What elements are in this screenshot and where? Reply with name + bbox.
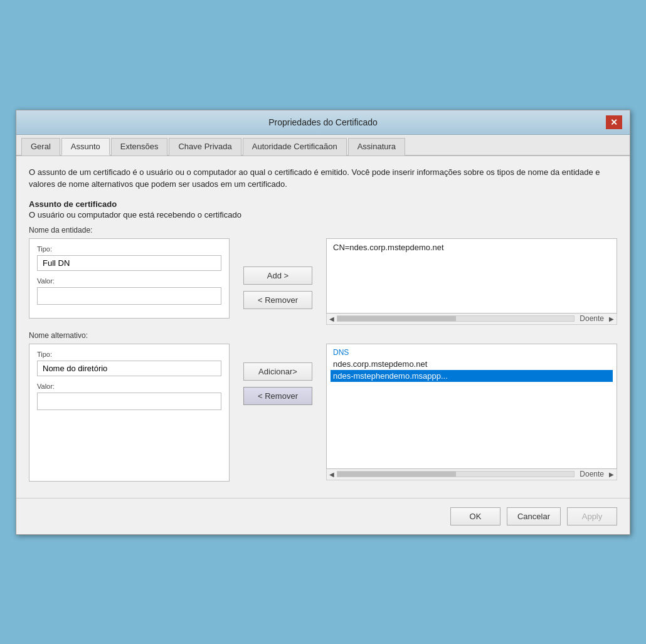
entity-name-list-container: CN=ndes.corp.mstepdemo.net ◀ Doente ▶	[326, 238, 617, 325]
alt-valor-input[interactable]	[37, 393, 221, 410]
tab-bar: Geral Assunto Extensões Chave Privada Au…	[16, 135, 630, 156]
tab-autoridade[interactable]: Autoridade Certificaãon	[243, 138, 347, 156]
alt-list-hscroll: ◀ Doente ▶	[326, 469, 617, 480]
entity-list-hscroll: ◀ Doente ▶	[326, 314, 617, 325]
hscroll-thumb-bottom	[337, 472, 456, 477]
entity-name-list: CN=ndes.corp.mstepdemo.net	[326, 238, 617, 314]
hscroll-track-bottom	[337, 471, 575, 477]
entity-name-list-content: CN=ndes.corp.mstepdemo.net	[327, 239, 617, 256]
hscroll-right-arrow-bottom[interactable]: ▶	[608, 471, 615, 478]
subject-section-subtitle: O usuário ou computador que está receben…	[29, 210, 617, 219]
tab-assunto[interactable]: Assunto	[61, 138, 110, 156]
dialog-footer: OK Cancelar Apply	[16, 498, 630, 534]
entity-type-select[interactable]: Full DN Common Name Email DNS UPN URL IP…	[37, 255, 221, 271]
entity-action-buttons: Add > < Remover	[237, 238, 319, 325]
tab-assinatura[interactable]: Assinatura	[348, 138, 405, 156]
entity-valor-input[interactable]	[37, 287, 221, 305]
valor-label-bottom: Valor:	[37, 383, 221, 390]
tab-chave-privada[interactable]: Chave Privada	[169, 138, 241, 156]
tipo-label-bottom: Tipo:	[37, 351, 221, 358]
subject-section-title: Assunto de certificado	[29, 199, 617, 209]
title-bar: Propriedades do Certificado ✕	[16, 110, 630, 135]
entity-type-select-wrap: Full DN Common Name Email DNS UPN URL IP…	[37, 255, 221, 271]
valor-label-top: Valor:	[37, 277, 221, 285]
ok-button[interactable]: OK	[450, 507, 500, 525]
apply-button[interactable]: Apply	[567, 507, 617, 525]
hscroll-track-top	[337, 315, 575, 322]
alt-name-section: Tipo: Nome do diretório DNS Email UPN UR…	[29, 344, 617, 488]
alt-name-list-content: DNS ndes.corp.mstepdemo.net ndes-mstephe…	[327, 344, 617, 384]
hscroll-left-arrow-top[interactable]: ◀	[328, 315, 336, 322]
alt-name-label: Nome alternativo:	[29, 331, 617, 340]
tipo-label-top: Tipo:	[37, 245, 221, 253]
hscroll-thumb-top	[337, 316, 456, 321]
entity-scroll-label: Doente	[576, 314, 608, 323]
entity-name-label: Nome da entidade:	[29, 226, 617, 235]
entity-name-group: Tipo: Full DN Common Name Email DNS UPN …	[29, 238, 230, 319]
alt-name-group: Tipo: Nome do diretório DNS Email UPN UR…	[29, 344, 230, 482]
dns-header-label: DNS	[331, 347, 613, 358]
close-button[interactable]: ✕	[606, 115, 622, 129]
alt-name-item-2: ndes-mstephendemo.msappp...	[331, 370, 613, 382]
entity-name-section: Tipo: Full DN Common Name Email DNS UPN …	[29, 238, 617, 325]
alt-name-list-container: DNS ndes.corp.mstepdemo.net ndes-mstephe…	[326, 344, 617, 488]
alt-name-item-1: ndes.corp.mstepdemo.net	[331, 358, 613, 370]
entity-name-item: CN=ndes.corp.mstepdemo.net	[331, 241, 613, 253]
alt-name-list: DNS ndes.corp.mstepdemo.net ndes-mstephe…	[326, 344, 617, 469]
alt-type-select[interactable]: Nome do diretório DNS Email UPN URL IP A…	[37, 361, 221, 376]
remover-button-top[interactable]: < Remover	[243, 291, 312, 309]
cancelar-button[interactable]: Cancelar	[507, 507, 561, 525]
add-button-top[interactable]: Add >	[243, 267, 312, 285]
tab-extensoes[interactable]: Extensões	[111, 138, 168, 156]
adicionar-button[interactable]: Adicionar>	[243, 362, 312, 381]
alt-scroll-label: Doente	[576, 470, 608, 478]
hscroll-left-arrow-bottom[interactable]: ◀	[328, 471, 336, 478]
tab-content: O assunto de um certificado é o usuário …	[16, 156, 630, 498]
dialog-title: Propriedades do Certificado	[40, 117, 606, 127]
hscroll-right-arrow-top[interactable]: ▶	[608, 315, 615, 322]
alt-action-buttons: Adicionar> < Remover	[237, 344, 319, 488]
certificate-properties-dialog: Propriedades do Certificado ✕ Geral Assu…	[16, 110, 630, 535]
tab-geral[interactable]: Geral	[21, 138, 60, 156]
description-text: O assunto de um certificado é o usuário …	[29, 166, 617, 191]
remover-button-bottom[interactable]: < Remover	[243, 387, 312, 405]
alt-type-select-wrap: Nome do diretório DNS Email UPN URL IP A…	[37, 361, 221, 376]
